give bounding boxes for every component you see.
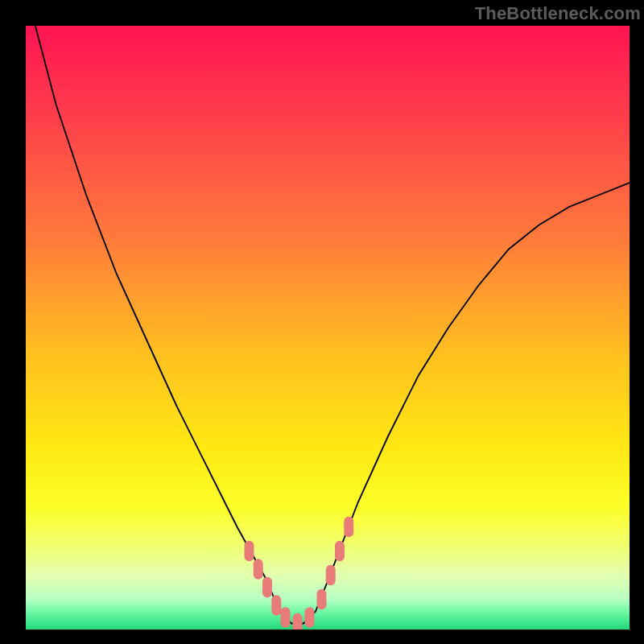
highlight-dot	[335, 541, 345, 562]
gradient-background	[26, 26, 630, 630]
highlight-dot	[262, 577, 272, 598]
highlight-dot	[254, 559, 263, 580]
highlight-dot	[293, 613, 303, 630]
highlight-dot	[326, 565, 336, 586]
watermark-text: TheBottleneck.com	[475, 3, 641, 24]
chart-svg	[26, 26, 630, 630]
highlight-dot	[281, 607, 291, 628]
highlight-dot	[344, 517, 353, 538]
highlight-dot	[305, 607, 315, 628]
chart-frame: TheBottleneck.com	[0, 0, 644, 644]
highlight-dot	[245, 541, 254, 562]
highlight-dot	[317, 589, 327, 610]
plot-area	[26, 26, 630, 630]
highlight-dot	[271, 595, 281, 616]
